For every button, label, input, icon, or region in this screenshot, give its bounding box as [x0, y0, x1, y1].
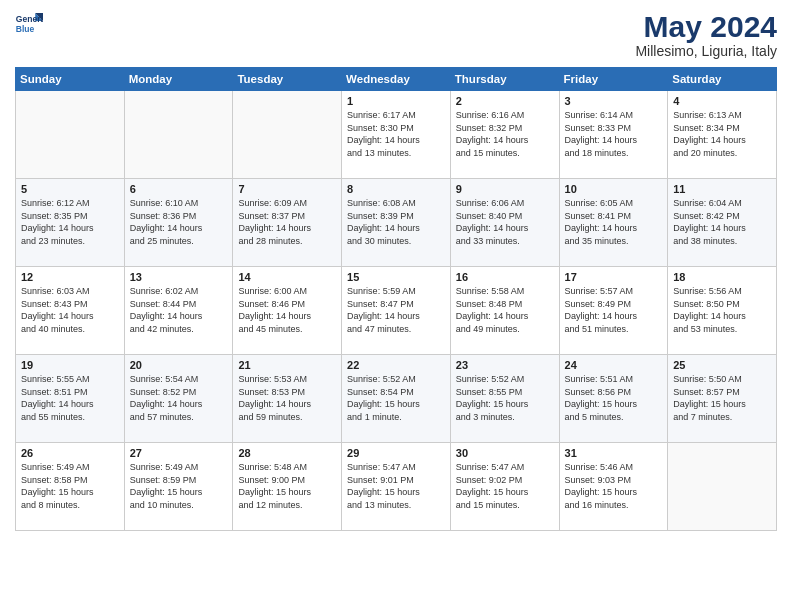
day-info: Sunrise: 5:50 AM Sunset: 8:57 PM Dayligh… — [673, 373, 771, 423]
calendar-cell: 23Sunrise: 5:52 AM Sunset: 8:55 PM Dayli… — [450, 355, 559, 443]
day-number: 16 — [456, 271, 554, 283]
day-number: 1 — [347, 95, 445, 107]
day-info: Sunrise: 6:00 AM Sunset: 8:46 PM Dayligh… — [238, 285, 336, 335]
day-number: 3 — [565, 95, 663, 107]
calendar-title: May 2024 — [635, 10, 777, 43]
day-number: 15 — [347, 271, 445, 283]
day-info: Sunrise: 5:51 AM Sunset: 8:56 PM Dayligh… — [565, 373, 663, 423]
header: General Blue May 2024 Millesimo, Liguria… — [15, 10, 777, 59]
calendar-cell: 29Sunrise: 5:47 AM Sunset: 9:01 PM Dayli… — [342, 443, 451, 531]
day-info: Sunrise: 5:55 AM Sunset: 8:51 PM Dayligh… — [21, 373, 119, 423]
day-info: Sunrise: 5:52 AM Sunset: 8:54 PM Dayligh… — [347, 373, 445, 423]
day-number: 28 — [238, 447, 336, 459]
day-info: Sunrise: 6:08 AM Sunset: 8:39 PM Dayligh… — [347, 197, 445, 247]
day-number: 11 — [673, 183, 771, 195]
day-number: 4 — [673, 95, 771, 107]
day-number: 30 — [456, 447, 554, 459]
calendar-header-row: Sunday Monday Tuesday Wednesday Thursday… — [16, 68, 777, 91]
day-info: Sunrise: 6:12 AM Sunset: 8:35 PM Dayligh… — [21, 197, 119, 247]
day-number: 26 — [21, 447, 119, 459]
calendar-cell: 2Sunrise: 6:16 AM Sunset: 8:32 PM Daylig… — [450, 91, 559, 179]
day-number: 5 — [21, 183, 119, 195]
day-info: Sunrise: 5:49 AM Sunset: 8:59 PM Dayligh… — [130, 461, 228, 511]
calendar-cell — [124, 91, 233, 179]
col-sunday: Sunday — [16, 68, 125, 91]
calendar-cell: 30Sunrise: 5:47 AM Sunset: 9:02 PM Dayli… — [450, 443, 559, 531]
calendar-cell: 27Sunrise: 5:49 AM Sunset: 8:59 PM Dayli… — [124, 443, 233, 531]
page: General Blue May 2024 Millesimo, Liguria… — [0, 0, 792, 612]
calendar-table: Sunday Monday Tuesday Wednesday Thursday… — [15, 67, 777, 531]
calendar-cell: 10Sunrise: 6:05 AM Sunset: 8:41 PM Dayli… — [559, 179, 668, 267]
logo-icon: General Blue — [15, 10, 43, 38]
day-number: 20 — [130, 359, 228, 371]
title-block: May 2024 Millesimo, Liguria, Italy — [635, 10, 777, 59]
day-info: Sunrise: 5:46 AM Sunset: 9:03 PM Dayligh… — [565, 461, 663, 511]
calendar-cell: 3Sunrise: 6:14 AM Sunset: 8:33 PM Daylig… — [559, 91, 668, 179]
calendar-week-5: 26Sunrise: 5:49 AM Sunset: 8:58 PM Dayli… — [16, 443, 777, 531]
day-info: Sunrise: 6:02 AM Sunset: 8:44 PM Dayligh… — [130, 285, 228, 335]
calendar-cell: 18Sunrise: 5:56 AM Sunset: 8:50 PM Dayli… — [668, 267, 777, 355]
calendar-cell: 1Sunrise: 6:17 AM Sunset: 8:30 PM Daylig… — [342, 91, 451, 179]
day-number: 9 — [456, 183, 554, 195]
day-number: 13 — [130, 271, 228, 283]
day-info: Sunrise: 5:48 AM Sunset: 9:00 PM Dayligh… — [238, 461, 336, 511]
day-number: 12 — [21, 271, 119, 283]
calendar-cell: 8Sunrise: 6:08 AM Sunset: 8:39 PM Daylig… — [342, 179, 451, 267]
calendar-cell — [16, 91, 125, 179]
day-number: 19 — [21, 359, 119, 371]
day-number: 7 — [238, 183, 336, 195]
calendar-cell: 14Sunrise: 6:00 AM Sunset: 8:46 PM Dayli… — [233, 267, 342, 355]
calendar-cell: 26Sunrise: 5:49 AM Sunset: 8:58 PM Dayli… — [16, 443, 125, 531]
day-number: 24 — [565, 359, 663, 371]
day-number: 8 — [347, 183, 445, 195]
svg-text:General: General — [16, 14, 43, 24]
calendar-cell: 11Sunrise: 6:04 AM Sunset: 8:42 PM Dayli… — [668, 179, 777, 267]
day-info: Sunrise: 5:53 AM Sunset: 8:53 PM Dayligh… — [238, 373, 336, 423]
day-info: Sunrise: 6:16 AM Sunset: 8:32 PM Dayligh… — [456, 109, 554, 159]
calendar-cell: 6Sunrise: 6:10 AM Sunset: 8:36 PM Daylig… — [124, 179, 233, 267]
calendar-cell: 16Sunrise: 5:58 AM Sunset: 8:48 PM Dayli… — [450, 267, 559, 355]
day-number: 25 — [673, 359, 771, 371]
calendar-week-3: 12Sunrise: 6:03 AM Sunset: 8:43 PM Dayli… — [16, 267, 777, 355]
calendar-subtitle: Millesimo, Liguria, Italy — [635, 43, 777, 59]
col-saturday: Saturday — [668, 68, 777, 91]
day-info: Sunrise: 6:04 AM Sunset: 8:42 PM Dayligh… — [673, 197, 771, 247]
day-info: Sunrise: 5:57 AM Sunset: 8:49 PM Dayligh… — [565, 285, 663, 335]
day-info: Sunrise: 6:05 AM Sunset: 8:41 PM Dayligh… — [565, 197, 663, 247]
col-tuesday: Tuesday — [233, 68, 342, 91]
calendar-cell: 12Sunrise: 6:03 AM Sunset: 8:43 PM Dayli… — [16, 267, 125, 355]
day-info: Sunrise: 6:14 AM Sunset: 8:33 PM Dayligh… — [565, 109, 663, 159]
day-number: 22 — [347, 359, 445, 371]
calendar-cell: 31Sunrise: 5:46 AM Sunset: 9:03 PM Dayli… — [559, 443, 668, 531]
calendar-cell: 4Sunrise: 6:13 AM Sunset: 8:34 PM Daylig… — [668, 91, 777, 179]
day-number: 18 — [673, 271, 771, 283]
calendar-cell: 20Sunrise: 5:54 AM Sunset: 8:52 PM Dayli… — [124, 355, 233, 443]
col-wednesday: Wednesday — [342, 68, 451, 91]
day-number: 21 — [238, 359, 336, 371]
calendar-week-1: 1Sunrise: 6:17 AM Sunset: 8:30 PM Daylig… — [16, 91, 777, 179]
svg-text:Blue: Blue — [16, 24, 35, 34]
day-number: 17 — [565, 271, 663, 283]
day-info: Sunrise: 5:54 AM Sunset: 8:52 PM Dayligh… — [130, 373, 228, 423]
calendar-cell: 24Sunrise: 5:51 AM Sunset: 8:56 PM Dayli… — [559, 355, 668, 443]
day-number: 23 — [456, 359, 554, 371]
calendar-cell — [233, 91, 342, 179]
col-thursday: Thursday — [450, 68, 559, 91]
day-info: Sunrise: 5:49 AM Sunset: 8:58 PM Dayligh… — [21, 461, 119, 511]
logo: General Blue — [15, 10, 43, 38]
day-info: Sunrise: 5:56 AM Sunset: 8:50 PM Dayligh… — [673, 285, 771, 335]
calendar-cell: 19Sunrise: 5:55 AM Sunset: 8:51 PM Dayli… — [16, 355, 125, 443]
day-info: Sunrise: 5:47 AM Sunset: 9:02 PM Dayligh… — [456, 461, 554, 511]
day-number: 2 — [456, 95, 554, 107]
calendar-cell: 7Sunrise: 6:09 AM Sunset: 8:37 PM Daylig… — [233, 179, 342, 267]
calendar-cell: 5Sunrise: 6:12 AM Sunset: 8:35 PM Daylig… — [16, 179, 125, 267]
day-info: Sunrise: 6:03 AM Sunset: 8:43 PM Dayligh… — [21, 285, 119, 335]
day-info: Sunrise: 5:58 AM Sunset: 8:48 PM Dayligh… — [456, 285, 554, 335]
day-info: Sunrise: 6:13 AM Sunset: 8:34 PM Dayligh… — [673, 109, 771, 159]
calendar-cell — [668, 443, 777, 531]
day-number: 10 — [565, 183, 663, 195]
calendar-cell: 17Sunrise: 5:57 AM Sunset: 8:49 PM Dayli… — [559, 267, 668, 355]
calendar-cell: 15Sunrise: 5:59 AM Sunset: 8:47 PM Dayli… — [342, 267, 451, 355]
day-number: 27 — [130, 447, 228, 459]
calendar-cell: 22Sunrise: 5:52 AM Sunset: 8:54 PM Dayli… — [342, 355, 451, 443]
